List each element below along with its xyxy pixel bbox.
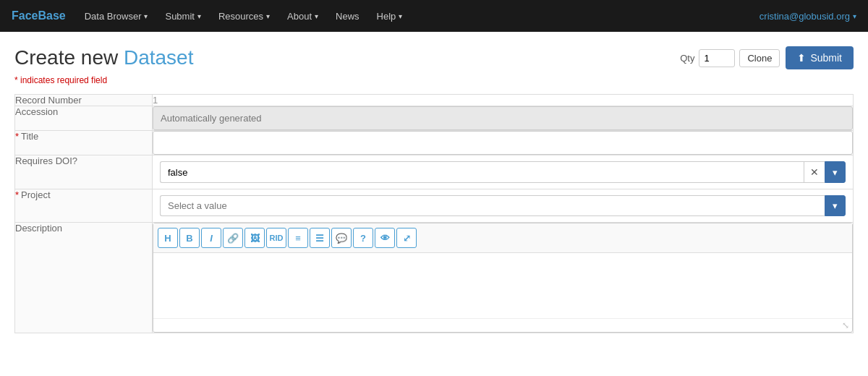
header-right: Qty Clone ⬆ Submit (680, 46, 854, 69)
chevron-down-icon: ▾ (144, 12, 148, 20)
nav-item-about[interactable]: About ▾ (280, 7, 326, 26)
doi-control: ✕ ▾ (153, 155, 853, 189)
toolbar-image-button[interactable]: 🖼 (244, 228, 265, 248)
toolbar-quote-button[interactable]: 💬 (331, 228, 352, 248)
record-number-row: Record Number 1 (15, 95, 854, 106)
clone-button[interactable]: Clone (739, 49, 780, 67)
form-table: Record Number 1 Accession *Title Require… (14, 94, 854, 333)
accession-field (153, 106, 854, 131)
doi-field: ✕ ▾ (153, 155, 854, 189)
accession-label: Accession (15, 106, 153, 131)
submit-icon: ⬆ (797, 52, 806, 64)
project-row: *Project ▾ (15, 189, 854, 223)
project-input[interactable] (160, 195, 825, 216)
qty-input[interactable] (699, 49, 735, 67)
project-label: *Project (15, 189, 153, 223)
toolbar-rid-button[interactable]: RID (266, 228, 286, 248)
page-header: Create new Dataset Qty Clone ⬆ Submit (14, 46, 854, 69)
nav-item-data-browser[interactable]: Data Browser ▾ (77, 7, 156, 26)
page-content: Create new Dataset Qty Clone ⬆ Submit * … (0, 32, 868, 348)
project-dropdown-button[interactable]: ▾ (825, 195, 846, 216)
toolbar-help-button[interactable]: ? (353, 228, 373, 248)
submit-button[interactable]: ⬆ Submit (786, 46, 854, 69)
chevron-down-icon: ▾ (399, 12, 402, 20)
record-number-label: Record Number (15, 95, 153, 106)
doi-dropdown-button[interactable]: ▾ (825, 161, 846, 183)
project-field: ▾ (153, 189, 854, 223)
title-field (153, 131, 854, 155)
chevron-down-icon: ▾ (197, 12, 201, 20)
nav-left: FaceBase Data Browser ▾ Submit ▾ Resourc… (12, 7, 409, 26)
toolbar-heading-button[interactable]: H (158, 228, 178, 248)
toolbar-italic-button[interactable]: I (201, 228, 221, 248)
page-title: Create new Dataset (14, 46, 193, 69)
nav-user[interactable]: cristina@globusid.org ▾ (760, 11, 856, 22)
description-editor: H B I 🔗 🖼 RID ≡ ☰ 💬 ? 👁 ⤢ (153, 223, 853, 333)
record-number-value: 1 (153, 95, 854, 106)
nav-item-resources[interactable]: Resources ▾ (211, 7, 277, 26)
project-control: ▾ (153, 189, 853, 222)
doi-row: Requires DOI? ✕ ▾ (15, 155, 854, 189)
toolbar-preview-button[interactable]: 👁 (375, 228, 395, 248)
accession-input (153, 106, 853, 130)
resize-handle-area: ⤡ (153, 318, 852, 332)
nav-brand[interactable]: FaceBase (12, 9, 66, 22)
description-row: Description H B I 🔗 🖼 RID ≡ ☰ 💬 ? 👁 (15, 223, 854, 333)
doi-label: Requires DOI? (15, 155, 153, 189)
qty-label: Qty (680, 53, 694, 64)
title-label: *Title (15, 131, 153, 155)
title-input[interactable] (153, 131, 853, 155)
toolbar-bold-button[interactable]: B (179, 228, 200, 248)
chevron-down-icon: ▾ (266, 12, 270, 20)
accession-row: Accession (15, 106, 854, 131)
doi-clear-button[interactable]: ✕ (804, 161, 825, 183)
navbar: FaceBase Data Browser ▾ Submit ▾ Resourc… (0, 0, 868, 32)
required-note: * indicates required field (14, 75, 854, 85)
toolbar-ordered-list-button[interactable]: ≡ (288, 228, 308, 248)
title-row: *Title (15, 131, 854, 155)
description-toolbar: H B I 🔗 🖼 RID ≡ ☰ 💬 ? 👁 ⤢ (153, 223, 852, 253)
nav-item-help[interactable]: Help ▾ (370, 7, 410, 26)
description-field: H B I 🔗 🖼 RID ≡ ☰ 💬 ? 👁 ⤢ (153, 223, 854, 333)
nav-item-submit[interactable]: Submit ▾ (158, 7, 208, 26)
toolbar-fullscreen-button[interactable]: ⤢ (396, 228, 417, 248)
doi-value-input[interactable] (160, 161, 804, 183)
chevron-down-icon: ▾ (853, 12, 856, 20)
nav-item-news[interactable]: News (328, 7, 367, 26)
description-body[interactable] (153, 253, 852, 318)
chevron-down-icon: ▾ (315, 12, 318, 20)
toolbar-unordered-list-button[interactable]: ☰ (310, 228, 330, 248)
description-label: Description (15, 223, 153, 333)
toolbar-link-button[interactable]: 🔗 (223, 228, 243, 248)
resize-icon[interactable]: ⤡ (842, 320, 849, 330)
clone-area: Qty Clone (680, 49, 780, 67)
